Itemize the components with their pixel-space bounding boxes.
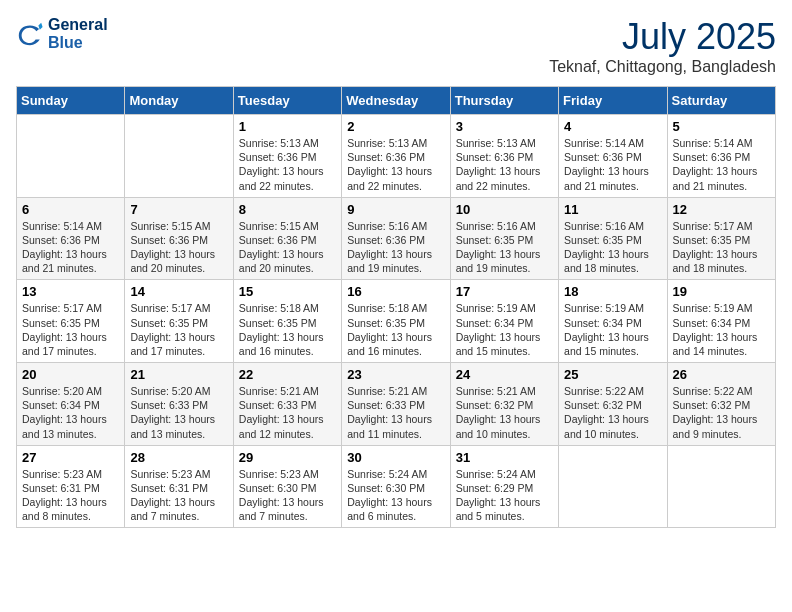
- day-number: 1: [239, 119, 336, 134]
- day-number: 3: [456, 119, 553, 134]
- weekday-header: Sunday: [17, 87, 125, 115]
- cell-daylight-info: Sunrise: 5:23 AMSunset: 6:30 PMDaylight:…: [239, 467, 336, 524]
- calendar-cell: 5Sunrise: 5:14 AMSunset: 6:36 PMDaylight…: [667, 115, 775, 198]
- day-number: 31: [456, 450, 553, 465]
- calendar-week-row: 6Sunrise: 5:14 AMSunset: 6:36 PMDaylight…: [17, 197, 776, 280]
- cell-daylight-info: Sunrise: 5:14 AMSunset: 6:36 PMDaylight:…: [22, 219, 119, 276]
- calendar-cell: 15Sunrise: 5:18 AMSunset: 6:35 PMDayligh…: [233, 280, 341, 363]
- calendar-cell: 16Sunrise: 5:18 AMSunset: 6:35 PMDayligh…: [342, 280, 450, 363]
- weekday-header-row: SundayMondayTuesdayWednesdayThursdayFrid…: [17, 87, 776, 115]
- cell-daylight-info: Sunrise: 5:21 AMSunset: 6:33 PMDaylight:…: [347, 384, 444, 441]
- calendar-cell: 17Sunrise: 5:19 AMSunset: 6:34 PMDayligh…: [450, 280, 558, 363]
- location-subtitle: Teknaf, Chittagong, Bangladesh: [549, 58, 776, 76]
- day-number: 2: [347, 119, 444, 134]
- cell-daylight-info: Sunrise: 5:16 AMSunset: 6:35 PMDaylight:…: [456, 219, 553, 276]
- calendar-cell: 2Sunrise: 5:13 AMSunset: 6:36 PMDaylight…: [342, 115, 450, 198]
- day-number: 12: [673, 202, 770, 217]
- cell-daylight-info: Sunrise: 5:24 AMSunset: 6:30 PMDaylight:…: [347, 467, 444, 524]
- cell-daylight-info: Sunrise: 5:13 AMSunset: 6:36 PMDaylight:…: [347, 136, 444, 193]
- day-number: 6: [22, 202, 119, 217]
- cell-daylight-info: Sunrise: 5:23 AMSunset: 6:31 PMDaylight:…: [22, 467, 119, 524]
- day-number: 18: [564, 284, 661, 299]
- cell-daylight-info: Sunrise: 5:18 AMSunset: 6:35 PMDaylight:…: [347, 301, 444, 358]
- calendar-cell: [667, 445, 775, 528]
- calendar-cell: 27Sunrise: 5:23 AMSunset: 6:31 PMDayligh…: [17, 445, 125, 528]
- cell-daylight-info: Sunrise: 5:14 AMSunset: 6:36 PMDaylight:…: [564, 136, 661, 193]
- calendar-table: SundayMondayTuesdayWednesdayThursdayFrid…: [16, 86, 776, 528]
- cell-daylight-info: Sunrise: 5:19 AMSunset: 6:34 PMDaylight:…: [564, 301, 661, 358]
- cell-daylight-info: Sunrise: 5:24 AMSunset: 6:29 PMDaylight:…: [456, 467, 553, 524]
- calendar-cell: 28Sunrise: 5:23 AMSunset: 6:31 PMDayligh…: [125, 445, 233, 528]
- day-number: 29: [239, 450, 336, 465]
- cell-daylight-info: Sunrise: 5:18 AMSunset: 6:35 PMDaylight:…: [239, 301, 336, 358]
- calendar-week-row: 20Sunrise: 5:20 AMSunset: 6:34 PMDayligh…: [17, 363, 776, 446]
- cell-daylight-info: Sunrise: 5:23 AMSunset: 6:31 PMDaylight:…: [130, 467, 227, 524]
- calendar-cell: 10Sunrise: 5:16 AMSunset: 6:35 PMDayligh…: [450, 197, 558, 280]
- calendar-cell: 9Sunrise: 5:16 AMSunset: 6:36 PMDaylight…: [342, 197, 450, 280]
- calendar-cell: [125, 115, 233, 198]
- weekday-header: Monday: [125, 87, 233, 115]
- calendar-cell: [559, 445, 667, 528]
- calendar-cell: 11Sunrise: 5:16 AMSunset: 6:35 PMDayligh…: [559, 197, 667, 280]
- calendar-cell: 6Sunrise: 5:14 AMSunset: 6:36 PMDaylight…: [17, 197, 125, 280]
- calendar-cell: 30Sunrise: 5:24 AMSunset: 6:30 PMDayligh…: [342, 445, 450, 528]
- day-number: 5: [673, 119, 770, 134]
- calendar-cell: 18Sunrise: 5:19 AMSunset: 6:34 PMDayligh…: [559, 280, 667, 363]
- cell-daylight-info: Sunrise: 5:13 AMSunset: 6:36 PMDaylight:…: [239, 136, 336, 193]
- cell-daylight-info: Sunrise: 5:20 AMSunset: 6:34 PMDaylight:…: [22, 384, 119, 441]
- calendar-cell: 24Sunrise: 5:21 AMSunset: 6:32 PMDayligh…: [450, 363, 558, 446]
- weekday-header: Tuesday: [233, 87, 341, 115]
- title-block: July 2025 Teknaf, Chittagong, Bangladesh: [549, 16, 776, 76]
- calendar-cell: 19Sunrise: 5:19 AMSunset: 6:34 PMDayligh…: [667, 280, 775, 363]
- weekday-header: Wednesday: [342, 87, 450, 115]
- cell-daylight-info: Sunrise: 5:13 AMSunset: 6:36 PMDaylight:…: [456, 136, 553, 193]
- cell-daylight-info: Sunrise: 5:15 AMSunset: 6:36 PMDaylight:…: [239, 219, 336, 276]
- cell-daylight-info: Sunrise: 5:22 AMSunset: 6:32 PMDaylight:…: [564, 384, 661, 441]
- cell-daylight-info: Sunrise: 5:17 AMSunset: 6:35 PMDaylight:…: [130, 301, 227, 358]
- page-header: General Blue July 2025 Teknaf, Chittagon…: [16, 16, 776, 76]
- cell-daylight-info: Sunrise: 5:14 AMSunset: 6:36 PMDaylight:…: [673, 136, 770, 193]
- day-number: 25: [564, 367, 661, 382]
- month-year-title: July 2025: [549, 16, 776, 58]
- calendar-cell: 26Sunrise: 5:22 AMSunset: 6:32 PMDayligh…: [667, 363, 775, 446]
- weekday-header: Thursday: [450, 87, 558, 115]
- calendar-cell: 21Sunrise: 5:20 AMSunset: 6:33 PMDayligh…: [125, 363, 233, 446]
- day-number: 22: [239, 367, 336, 382]
- day-number: 19: [673, 284, 770, 299]
- day-number: 7: [130, 202, 227, 217]
- logo-icon: [16, 20, 44, 48]
- cell-daylight-info: Sunrise: 5:17 AMSunset: 6:35 PMDaylight:…: [22, 301, 119, 358]
- cell-daylight-info: Sunrise: 5:19 AMSunset: 6:34 PMDaylight:…: [456, 301, 553, 358]
- day-number: 14: [130, 284, 227, 299]
- calendar-cell: 4Sunrise: 5:14 AMSunset: 6:36 PMDaylight…: [559, 115, 667, 198]
- weekday-header: Friday: [559, 87, 667, 115]
- calendar-cell: 3Sunrise: 5:13 AMSunset: 6:36 PMDaylight…: [450, 115, 558, 198]
- calendar-cell: 12Sunrise: 5:17 AMSunset: 6:35 PMDayligh…: [667, 197, 775, 280]
- calendar-cell: [17, 115, 125, 198]
- day-number: 16: [347, 284, 444, 299]
- day-number: 20: [22, 367, 119, 382]
- cell-daylight-info: Sunrise: 5:20 AMSunset: 6:33 PMDaylight:…: [130, 384, 227, 441]
- logo-text-line1: General: [48, 16, 108, 34]
- cell-daylight-info: Sunrise: 5:22 AMSunset: 6:32 PMDaylight:…: [673, 384, 770, 441]
- calendar-week-row: 1Sunrise: 5:13 AMSunset: 6:36 PMDaylight…: [17, 115, 776, 198]
- day-number: 11: [564, 202, 661, 217]
- calendar-cell: 20Sunrise: 5:20 AMSunset: 6:34 PMDayligh…: [17, 363, 125, 446]
- day-number: 21: [130, 367, 227, 382]
- day-number: 26: [673, 367, 770, 382]
- calendar-cell: 14Sunrise: 5:17 AMSunset: 6:35 PMDayligh…: [125, 280, 233, 363]
- calendar-cell: 25Sunrise: 5:22 AMSunset: 6:32 PMDayligh…: [559, 363, 667, 446]
- day-number: 27: [22, 450, 119, 465]
- day-number: 10: [456, 202, 553, 217]
- day-number: 13: [22, 284, 119, 299]
- calendar-cell: 7Sunrise: 5:15 AMSunset: 6:36 PMDaylight…: [125, 197, 233, 280]
- weekday-header: Saturday: [667, 87, 775, 115]
- calendar-cell: 29Sunrise: 5:23 AMSunset: 6:30 PMDayligh…: [233, 445, 341, 528]
- calendar-week-row: 27Sunrise: 5:23 AMSunset: 6:31 PMDayligh…: [17, 445, 776, 528]
- day-number: 28: [130, 450, 227, 465]
- calendar-week-row: 13Sunrise: 5:17 AMSunset: 6:35 PMDayligh…: [17, 280, 776, 363]
- day-number: 30: [347, 450, 444, 465]
- cell-daylight-info: Sunrise: 5:17 AMSunset: 6:35 PMDaylight:…: [673, 219, 770, 276]
- day-number: 17: [456, 284, 553, 299]
- calendar-cell: 8Sunrise: 5:15 AMSunset: 6:36 PMDaylight…: [233, 197, 341, 280]
